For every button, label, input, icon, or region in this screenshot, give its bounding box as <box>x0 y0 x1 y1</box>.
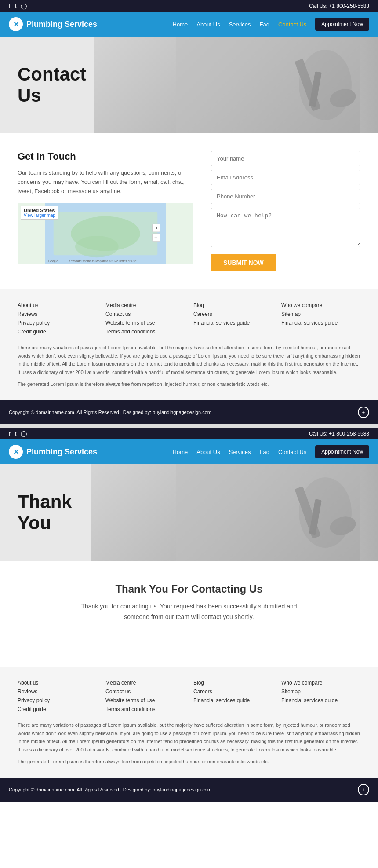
nav-about[interactable]: About Us <box>196 21 220 28</box>
footer-link-careers[interactable]: Careers <box>193 311 273 317</box>
facebook-icon[interactable]: f <box>9 3 11 9</box>
footer-col-3b: Blog Careers Financial services guide <box>193 680 273 712</box>
left-section: Get In Touch Our team is standing by to … <box>18 151 193 271</box>
thankyou-section: Thank You For Contacting Us Thank you fo… <box>0 561 378 640</box>
footer-col-4b: Who we compare Sitemap Financial service… <box>281 680 360 712</box>
footer-links-1: About us Reviews Privacy policy Credit g… <box>0 289 378 400</box>
footer-link-financial2-2[interactable]: Financial services guide <box>281 697 360 703</box>
footer-link-privacy-2[interactable]: Privacy policy <box>18 697 97 703</box>
hero-title-2: Thank You <box>18 491 91 534</box>
logo-text: Plumbing Services <box>26 20 97 29</box>
name-input[interactable] <box>211 151 360 166</box>
footer-col-1b: About us Reviews Privacy policy Credit g… <box>18 680 97 712</box>
hero-title: Contact Us <box>18 64 94 106</box>
instagram-icon-2[interactable]: ◯ <box>21 430 27 437</box>
footer-grid-2: About us Reviews Privacy policy Credit g… <box>18 680 360 712</box>
social-icons-2: f t ◯ <box>9 430 27 437</box>
footer-link-sitemap[interactable]: Sitemap <box>281 311 360 317</box>
appointment-button-2[interactable]: Appointment Now <box>315 445 369 458</box>
footer-link-financial2[interactable]: Financial services guide <box>281 320 360 326</box>
logo-icon: ✕ <box>9 17 23 31</box>
phone-input[interactable] <box>211 189 360 204</box>
footer-col-2: Media centre Contact us Website terms of… <box>105 302 185 335</box>
footer-link-privacy[interactable]: Privacy policy <box>18 320 97 326</box>
nav-services-2[interactable]: Services <box>229 449 251 455</box>
svg-text:−: − <box>154 234 157 241</box>
hero-banner: Contact Us <box>0 37 378 133</box>
nav-links-2: Home About Us Services Faq Contact Us Ap… <box>173 445 369 458</box>
footer-link-terms-2[interactable]: Terms and conditions <box>105 706 185 712</box>
nav-about-2[interactable]: About Us <box>196 449 220 455</box>
footer-col-1: About us Reviews Privacy policy Credit g… <box>18 302 97 335</box>
footer-link-reviews-2[interactable]: Reviews <box>18 689 97 695</box>
footer-links-2: About us Reviews Privacy policy Credit g… <box>0 667 378 778</box>
svg-point-8 <box>75 236 119 257</box>
copyright-text-2: Copyright © domainname.com. All Rights R… <box>9 787 211 792</box>
logo-icon-2: ✕ <box>9 445 23 459</box>
footer-body-text-2: There are many variations of passages of… <box>18 721 360 754</box>
footer-col-4: Who we compare Sitemap Financial service… <box>281 302 360 335</box>
footer-link-media[interactable]: Media centre <box>105 302 185 308</box>
message-input[interactable] <box>211 208 360 247</box>
footer-link-credit-2[interactable]: Credit guide <box>18 706 97 712</box>
footer-link-financial1[interactable]: Financial services guide <box>193 320 273 326</box>
nav-logo: ✕ Plumbing Services <box>9 17 97 31</box>
footer-grid-1: About us Reviews Privacy policy Credit g… <box>18 302 360 335</box>
nav-home-2[interactable]: Home <box>173 449 188 455</box>
footer-link-compare-2[interactable]: Who we compare <box>281 680 360 686</box>
twitter-icon[interactable]: t <box>15 3 17 9</box>
email-input[interactable] <box>211 170 360 185</box>
nav-links: Home About Us Services Faq Contact Us Ap… <box>173 18 369 31</box>
nav-home[interactable]: Home <box>173 21 188 28</box>
scroll-top-button[interactable]: + <box>358 407 369 418</box>
nav-contact[interactable]: Contact Us <box>278 21 306 28</box>
footer-link-terms[interactable]: Terms and conditions <box>105 329 185 335</box>
footer-link-contact[interactable]: Contact us <box>105 311 185 317</box>
section-title: Get In Touch <box>18 151 193 162</box>
footer-link-terms-web[interactable]: Website terms of use <box>105 320 185 326</box>
map-container: United States View larger map + − Google… <box>18 203 193 264</box>
nav-faq[interactable]: Faq <box>260 21 269 28</box>
footer-link-reviews[interactable]: Reviews <box>18 311 97 317</box>
top-bar: f t ◯ Call Us: +1 800-258-5588 <box>0 0 378 12</box>
copyright-bar-1: Copyright © domainname.com. All Rights R… <box>0 400 378 424</box>
nav-contact-2[interactable]: Contact Us <box>278 449 306 455</box>
submit-button[interactable]: Submit Now <box>211 254 276 271</box>
copyright-text: Copyright © domainname.com. All Rights R… <box>9 410 211 415</box>
instagram-icon[interactable]: ◯ <box>21 3 27 9</box>
hero-image-2 <box>91 464 360 561</box>
footer-link-blog[interactable]: Blog <box>193 302 273 308</box>
footer-link-terms-web-2[interactable]: Website terms of use <box>105 697 185 703</box>
appointment-button[interactable]: Appointment Now <box>315 18 369 31</box>
footer-link-sitemap-2[interactable]: Sitemap <box>281 689 360 695</box>
nav-faq-2[interactable]: Faq <box>260 449 269 455</box>
arrow-up-icon-2: + <box>362 787 365 792</box>
copyright-bar-2: Copyright © domainname.com. All Rights R… <box>0 778 378 802</box>
footer-link-blog-2[interactable]: Blog <box>193 680 273 686</box>
footer-link-compare[interactable]: Who we compare <box>281 302 360 308</box>
scroll-top-button-2[interactable]: + <box>358 784 369 795</box>
hero-image <box>94 37 360 133</box>
footer-link-about-2[interactable]: About us <box>18 680 97 686</box>
contact-form: Submit Now <box>211 151 360 271</box>
map-label: United States View larger map <box>21 206 58 220</box>
footer-body-text2-2: The generated Lorem Ipsum is therefore a… <box>18 758 360 766</box>
thankyou-desc: Thank you for contacting us. Your reques… <box>75 601 303 623</box>
thankyou-title: Thank You For Contacting Us <box>18 583 360 595</box>
footer-link-contact-2[interactable]: Contact us <box>105 689 185 695</box>
footer-link-financial1-2[interactable]: Financial services guide <box>193 697 273 703</box>
main-content: Get In Touch Our team is standing by to … <box>0 133 378 289</box>
footer-link-about[interactable]: About us <box>18 302 97 308</box>
nav-services[interactable]: Services <box>229 21 251 28</box>
view-larger-map-link[interactable]: View larger map <box>24 213 55 218</box>
footer-col-2b: Media centre Contact us Website terms of… <box>105 680 185 712</box>
navbar: ✕ Plumbing Services Home About Us Servic… <box>0 12 378 37</box>
top-bar-2: f t ◯ Call Us: +1 800-258-5588 <box>0 428 378 439</box>
footer-link-careers-2[interactable]: Careers <box>193 689 273 695</box>
footer-link-credit[interactable]: Credit guide <box>18 329 97 335</box>
facebook-icon-2[interactable]: f <box>9 430 11 437</box>
nav-logo-2: ✕ Plumbing Services <box>9 445 97 459</box>
svg-text:+: + <box>155 225 158 231</box>
footer-link-media-2[interactable]: Media centre <box>105 680 185 686</box>
twitter-icon-2[interactable]: t <box>15 430 17 437</box>
